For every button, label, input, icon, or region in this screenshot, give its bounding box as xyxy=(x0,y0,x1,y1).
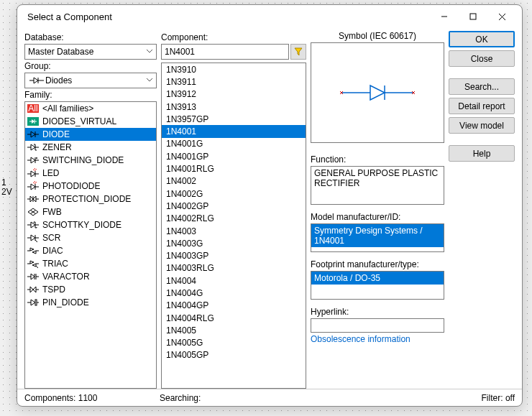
fwb-icon xyxy=(27,207,40,217)
symbol-label: Symbol (IEC 60617) xyxy=(311,31,444,41)
family-item[interactable]: All<All families> xyxy=(25,102,156,115)
component-item[interactable]: 1N4002G xyxy=(162,188,306,200)
component-item[interactable]: 1N4004RLG xyxy=(162,312,306,324)
component-item[interactable]: 1N3911 xyxy=(162,75,306,88)
status-components: Components: 1100 xyxy=(24,393,160,403)
close-button[interactable]: Close xyxy=(449,50,515,67)
maximize-button[interactable] xyxy=(459,8,487,25)
component-item[interactable]: 1N4001RLG xyxy=(162,162,306,175)
footprint-mfr-item[interactable]: Motorola / DO-35 xyxy=(311,272,444,285)
footprint-mfr-box[interactable]: Motorola / DO-35 xyxy=(311,271,444,300)
component-filter-button[interactable] xyxy=(290,44,306,60)
family-item[interactable]: SCR xyxy=(25,231,156,244)
component-item[interactable]: 1N4002GP xyxy=(162,200,306,212)
component-item[interactable]: 1N4005G xyxy=(162,337,306,349)
component-item[interactable]: 1N3913 xyxy=(162,101,306,113)
family-item-label: SWITCHING_DIODE xyxy=(42,155,124,165)
status-bar: Components: 1100 Searching: Filter: off xyxy=(17,389,522,406)
family-item[interactable]: PIN_DIODE xyxy=(25,296,156,309)
component-item[interactable]: 1N4003G xyxy=(162,237,306,249)
zener-icon xyxy=(27,142,40,152)
help-button[interactable]: Help xyxy=(449,145,515,162)
group-combo[interactable]: Diodes xyxy=(24,73,157,88)
family-item-label: DIODES_VIRTUAL xyxy=(42,116,116,126)
component-item[interactable]: 1N4003RLG xyxy=(162,262,306,274)
component-item[interactable]: 1N4001G xyxy=(162,138,306,150)
obsolescence-link[interactable]: Obsolescence information xyxy=(311,334,444,344)
function-label: Function: xyxy=(311,154,444,165)
component-item[interactable]: 1N4004 xyxy=(162,274,306,287)
canvas-text: 1 2V xyxy=(1,178,12,197)
component-item[interactable]: 1N4001 xyxy=(162,125,306,137)
model-mfr-label: Model manufacturer/ID: xyxy=(311,212,444,222)
family-item[interactable]: PROTECTION_DIODE xyxy=(25,193,156,205)
component-item[interactable]: 1N4001GP xyxy=(162,150,306,162)
protection-icon xyxy=(27,194,40,204)
family-item-label: TSPD xyxy=(42,285,65,295)
search-button[interactable]: Search... xyxy=(449,78,515,95)
svg-rect-1 xyxy=(470,14,476,19)
status-searching: Searching: xyxy=(160,393,457,403)
component-item[interactable]: 1N3912 xyxy=(162,88,306,101)
view-model-button[interactable]: View model xyxy=(449,117,515,134)
component-item[interactable]: 1N3910 xyxy=(162,63,306,75)
component-item[interactable]: 1N3957GP xyxy=(162,113,306,125)
model-mfr-item[interactable]: Symmetry Design Systems / 1N4001 xyxy=(311,224,444,247)
family-item[interactable]: FWB xyxy=(25,205,156,218)
family-item[interactable]: VARACTOR xyxy=(25,270,156,283)
component-item[interactable]: 1N4002RLG xyxy=(162,213,306,225)
svg-line-38 xyxy=(35,240,37,242)
family-item-label: <All families> xyxy=(42,103,93,114)
model-mfr-box[interactable]: Symmetry Design Systems / 1N4001 xyxy=(311,223,444,252)
family-item[interactable]: DIODE xyxy=(25,128,156,141)
tspd-icon xyxy=(27,285,40,295)
function-box: GENERAL PURPOSE PLASTIC RECTIFIER xyxy=(311,166,444,205)
family-item-label: DIAC xyxy=(42,246,63,256)
component-item[interactable]: 1N4005 xyxy=(162,324,306,336)
varactor-icon xyxy=(27,272,40,282)
component-label: Component: xyxy=(161,32,306,42)
family-item[interactable]: SCHOTTKY_DIODE xyxy=(25,218,156,231)
database-label: Database: xyxy=(24,32,157,42)
svg-point-21 xyxy=(36,157,37,159)
component-item[interactable]: 1N4004G xyxy=(162,287,306,299)
detail-report-button[interactable]: Detail report xyxy=(449,98,515,114)
scr-icon xyxy=(27,233,40,243)
family-item-label: PHOTODIODE xyxy=(42,181,100,191)
component-item[interactable]: 1N4005GP xyxy=(162,349,306,361)
close-window-button[interactable] xyxy=(487,8,516,25)
family-item[interactable]: ZENER xyxy=(25,141,156,154)
all-icon: All xyxy=(27,103,40,114)
status-filter: Filter: off xyxy=(457,393,515,403)
component-item[interactable]: 1N4003GP xyxy=(162,249,306,262)
component-item[interactable]: 1N4004GP xyxy=(162,300,306,312)
component-item[interactable]: 1N4003 xyxy=(162,225,306,237)
group-label: Group: xyxy=(24,61,157,71)
photodiode-icon xyxy=(27,181,40,191)
chevron-down-icon xyxy=(146,76,153,83)
ok-button[interactable]: OK xyxy=(449,31,515,47)
led-icon xyxy=(27,168,40,178)
family-item[interactable]: LED xyxy=(25,167,156,180)
family-item[interactable]: TRIAC xyxy=(25,257,156,270)
family-item[interactable]: DIAC xyxy=(25,244,156,257)
schottky-icon xyxy=(27,220,40,230)
component-item[interactable]: 1N4002 xyxy=(162,175,306,188)
family-item-label: ZENER xyxy=(42,142,72,152)
family-item-label: SCR xyxy=(42,233,60,243)
family-item[interactable]: TSPD xyxy=(25,283,156,296)
family-item[interactable]: PHOTODIODE xyxy=(25,180,156,193)
hyperlink-box[interactable] xyxy=(311,318,444,333)
family-item[interactable]: DIODES_VIRTUAL xyxy=(25,115,156,128)
minimize-button[interactable] xyxy=(430,8,459,25)
triac-icon xyxy=(27,259,40,269)
component-search-input[interactable] xyxy=(161,44,289,60)
titlebar: Select a Component xyxy=(17,5,522,28)
svg-text:All: All xyxy=(28,103,37,114)
component-listbox[interactable]: 1N39101N39111N39121N39131N3957GP1N40011N… xyxy=(161,63,306,389)
database-combo[interactable]: Master Database xyxy=(24,44,157,60)
family-listbox[interactable]: All<All families>DIODES_VIRTUALDIODEZENE… xyxy=(24,101,157,389)
family-item[interactable]: SWITCHING_DIODE xyxy=(25,154,156,167)
hyperlink-label: Hyperlink: xyxy=(311,307,444,317)
diac-icon xyxy=(27,246,40,256)
